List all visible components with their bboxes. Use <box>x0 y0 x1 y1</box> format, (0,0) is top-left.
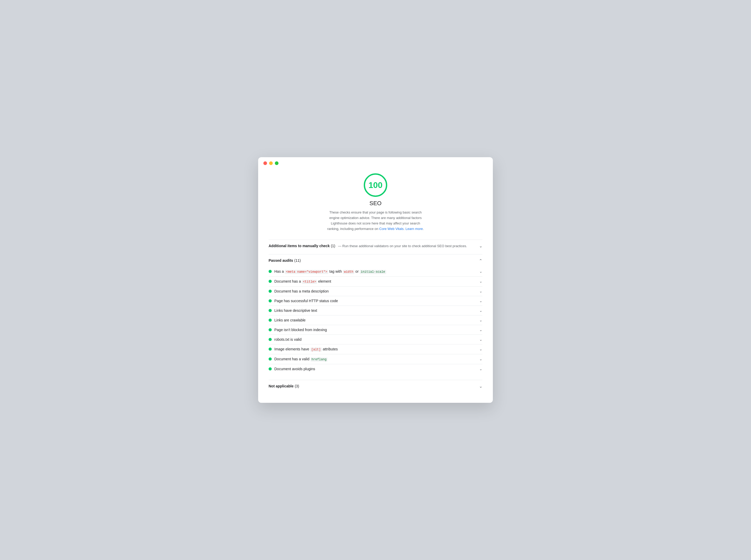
additional-items-header[interactable]: Additional items to manually check (1) —… <box>269 240 482 252</box>
close-button[interactable] <box>263 161 267 165</box>
audit-item-title[interactable]: Document has a <title> element ⌄ <box>269 277 482 286</box>
audit-dot-indexing <box>269 328 272 332</box>
audit-item-meta-description[interactable]: Document has a meta description ⌄ <box>269 286 482 296</box>
minimize-button[interactable] <box>269 161 273 165</box>
audit-dot-crawlable <box>269 319 272 322</box>
audit-dot-image <box>269 347 272 351</box>
audit-text-crawlable: Links are crawlable <box>274 318 305 322</box>
audit-text-meta: Document has a meta description <box>274 289 329 293</box>
additional-items-count: (1) <box>331 244 335 248</box>
learn-more-link[interactable]: Learn more <box>406 227 423 231</box>
passed-audits-count: (11) <box>294 258 301 262</box>
audit-list: Has a <meta name="viewport"> tag with wi… <box>269 267 482 377</box>
audit-item-crawlable[interactable]: Links are crawlable ⌄ <box>269 316 482 325</box>
core-web-vitals-link[interactable]: Core Web Vitals <box>379 227 403 231</box>
audit-chevron-image: ⌄ <box>479 347 482 351</box>
additional-items-section: Additional items to manually check (1) —… <box>269 240 482 252</box>
score-section: 100 SEO These checks ensure that your pa… <box>269 173 482 232</box>
audit-chevron-viewport: ⌄ <box>479 269 482 274</box>
score-value: 100 <box>369 180 382 190</box>
audit-dot-link <box>269 309 272 312</box>
audit-dot-viewport <box>269 270 272 273</box>
audit-chevron-hreflang: ⌄ <box>479 357 482 361</box>
audit-chevron-title: ⌄ <box>479 279 482 283</box>
additional-items-desc: — Run these additional validators on you… <box>338 244 467 248</box>
audit-item-robots[interactable]: robots.txt is valid ⌄ <box>269 335 482 344</box>
audit-chevron-http: ⌄ <box>479 299 482 303</box>
not-applicable-title-group: Not applicable (3) <box>269 384 299 388</box>
audit-item-robots-left: robots.txt is valid <box>269 337 301 342</box>
audit-chevron-link: ⌄ <box>479 308 482 313</box>
audit-text-robots: robots.txt is valid <box>274 337 301 342</box>
score-title: SEO <box>370 200 381 207</box>
audit-item-crawlable-left: Links are crawlable <box>269 318 305 322</box>
audit-text-viewport: Has a <meta name="viewport"> tag with wi… <box>274 269 386 274</box>
audit-item-link-text[interactable]: Links have descriptive text ⌄ <box>269 306 482 316</box>
not-applicable-title: Not applicable <box>269 384 294 388</box>
additional-items-title: Additional items to manually check <box>269 244 330 248</box>
audit-dot-plugins <box>269 367 272 371</box>
audit-text-http: Page has successful HTTP status code <box>274 299 338 303</box>
audit-chevron-meta: ⌄ <box>479 289 482 293</box>
audit-text-hreflang: Document has a valid hreflang <box>274 357 328 361</box>
audit-item-plugins-left: Document avoids plugins <box>269 367 315 371</box>
audit-dot-hreflang <box>269 357 272 361</box>
audit-item-plugins[interactable]: Document avoids plugins ⌄ <box>269 364 482 374</box>
titlebar <box>258 157 493 168</box>
passed-audits-section: Passed audits (11) ⌄ Has a <meta name="v… <box>269 254 482 377</box>
passed-audits-title-group: Passed audits (11) <box>269 258 301 263</box>
passed-audits-chevron: ⌄ <box>479 258 482 263</box>
audit-item-viewport[interactable]: Has a <meta name="viewport"> tag with wi… <box>269 267 482 277</box>
audit-text-image: Image elements have [alt] attributes <box>274 347 338 352</box>
audit-item-http-status[interactable]: Page has successful HTTP status code ⌄ <box>269 296 482 306</box>
score-desc-end: . <box>423 227 424 231</box>
audit-chevron-crawlable: ⌄ <box>479 318 482 322</box>
audit-text-title: Document has a <title> element <box>274 279 331 284</box>
audit-item-hreflang-left: Document has a valid hreflang <box>269 357 328 361</box>
audit-item-title-left: Document has a <title> element <box>269 279 331 284</box>
audit-item-hreflang[interactable]: Document has a valid hreflang ⌄ <box>269 354 482 364</box>
audit-item-image-alt[interactable]: Image elements have [alt] attributes ⌄ <box>269 344 482 354</box>
browser-window: 100 SEO These checks ensure that your pa… <box>258 157 493 402</box>
additional-items-chevron: ⌄ <box>479 243 482 248</box>
audit-item-indexing[interactable]: Page isn’t blocked from indexing ⌄ <box>269 325 482 335</box>
audit-item-meta-left: Document has a meta description <box>269 289 329 293</box>
audit-dot-title <box>269 280 272 283</box>
maximize-button[interactable] <box>275 161 278 165</box>
audit-text-indexing: Page isn’t blocked from indexing <box>274 328 327 332</box>
audit-item-viewport-left: Has a <meta name="viewport"> tag with wi… <box>269 269 386 274</box>
audit-text-link: Links have descriptive text <box>274 308 317 313</box>
score-description: These checks ensure that your page is fo… <box>326 210 425 232</box>
audit-dot-robots <box>269 338 272 341</box>
not-applicable-section: Not applicable (3) ⌄ <box>269 380 482 392</box>
not-applicable-count: (3) <box>295 384 299 388</box>
audit-item-link-left: Links have descriptive text <box>269 308 317 313</box>
passed-audits-title: Passed audits <box>269 258 293 262</box>
audit-dot-meta <box>269 289 272 293</box>
audit-chevron-plugins: ⌄ <box>479 367 482 371</box>
score-desc-sep: . <box>404 227 406 231</box>
audit-chevron-indexing: ⌄ <box>479 328 482 332</box>
audit-text-plugins: Document avoids plugins <box>274 367 315 371</box>
passed-audits-header[interactable]: Passed audits (11) ⌄ <box>269 255 482 267</box>
not-applicable-header[interactable]: Not applicable (3) ⌄ <box>269 380 482 392</box>
audit-item-indexing-left: Page isn’t blocked from indexing <box>269 328 327 332</box>
score-circle: 100 <box>364 173 387 197</box>
main-content: 100 SEO These checks ensure that your pa… <box>258 168 493 402</box>
audit-item-image-left: Image elements have [alt] attributes <box>269 347 338 352</box>
audit-dot-http <box>269 299 272 302</box>
audit-item-http-left: Page has successful HTTP status code <box>269 299 338 303</box>
additional-items-title-group: Additional items to manually check (1) —… <box>269 243 467 248</box>
not-applicable-chevron: ⌄ <box>479 384 482 389</box>
audit-chevron-robots: ⌄ <box>479 337 482 342</box>
